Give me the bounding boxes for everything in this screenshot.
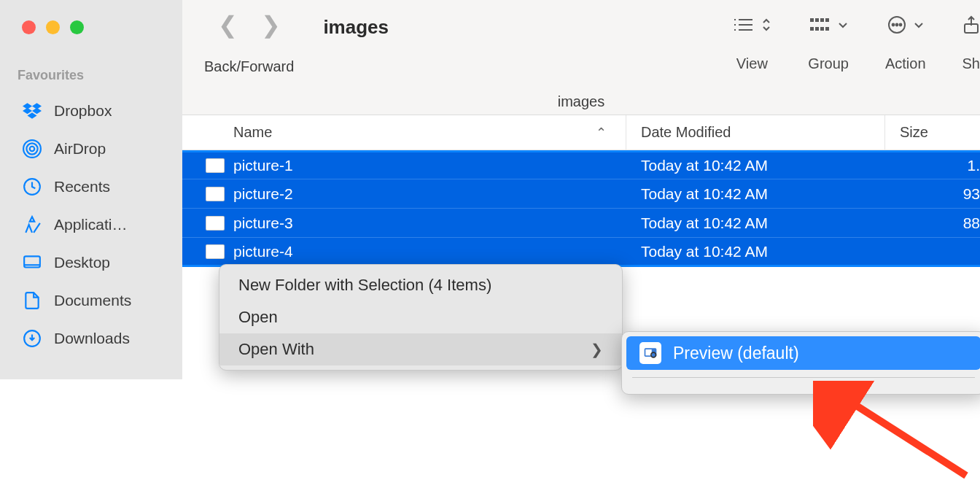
file-date: Today at 10:42 AM	[626, 214, 885, 232]
submenu-item-preview[interactable]: Preview (default)	[626, 336, 980, 370]
sidebar-item-label: Downloads	[54, 330, 130, 347]
file-name: picture-2	[233, 185, 293, 203]
sidebar-section-heading: Favourites	[0, 68, 182, 83]
sidebar-item-label: Recents	[54, 178, 110, 196]
context-menu-item-label: New Folder with Selection (4 Items)	[238, 276, 491, 295]
group-button[interactable]: Group	[808, 13, 849, 72]
sidebar-item-desktop[interactable]: Desktop	[0, 244, 182, 282]
file-name: picture-1	[233, 157, 293, 174]
zoom-window-button[interactable]	[70, 20, 84, 34]
airdrop-icon	[22, 139, 42, 159]
svg-point-23	[895, 24, 898, 26]
annotation-arrow	[813, 381, 980, 480]
sidebar-item-label: AirDrop	[54, 140, 106, 158]
svg-rect-17	[810, 27, 814, 31]
view-button[interactable]: View	[732, 13, 771, 72]
file-date: Today at 10:42 AM	[626, 157, 885, 174]
svg-point-0	[30, 147, 35, 152]
file-list: picture-1 Today at 10:42 AM 1. picture-2…	[182, 150, 980, 267]
back-button[interactable]: ❮	[218, 13, 238, 36]
file-name: picture-3	[233, 214, 293, 232]
toolbar-button-label: View	[736, 55, 768, 72]
ellipsis-circle-icon	[887, 15, 906, 34]
path-bar[interactable]: images	[558, 93, 604, 110]
clock-icon	[22, 177, 42, 197]
image-thumbnail-icon	[206, 244, 225, 259]
svg-rect-16	[825, 18, 829, 22]
file-name: picture-4	[233, 243, 293, 260]
context-menu-item-label: Open With	[238, 340, 314, 359]
chevron-right-icon: ❯	[591, 341, 603, 358]
image-thumbnail-icon	[206, 216, 225, 231]
share-icon	[962, 15, 980, 34]
sidebar-item-label: Desktop	[54, 254, 110, 271]
svg-rect-14	[815, 18, 819, 22]
toolbar-button-label: Action	[885, 55, 926, 72]
close-window-button[interactable]	[22, 20, 36, 34]
back-forward-label: Back/Forward	[204, 58, 294, 75]
download-icon	[22, 328, 42, 349]
open-with-submenu: Preview (default)	[621, 331, 980, 395]
context-menu: New Folder with Selection (4 Items) Open…	[219, 264, 623, 371]
sidebar-item-downloads[interactable]: Downloads	[0, 320, 182, 357]
column-header-name[interactable]: Name ⌃	[182, 115, 626, 150]
minimize-window-button[interactable]	[46, 20, 60, 34]
back-forward-group: ❮ ❯ Back/Forward	[204, 13, 294, 75]
svg-rect-13	[810, 18, 814, 22]
sidebar-item-airdrop[interactable]: AirDrop	[0, 130, 182, 168]
image-thumbnail-icon	[206, 187, 225, 201]
sidebar-item-label: Dropbox	[54, 102, 112, 120]
list-view-icon	[732, 17, 754, 33]
document-icon	[22, 290, 42, 311]
sidebar-item-label: Documents	[54, 292, 131, 309]
file-date: Today at 10:42 AM	[626, 243, 885, 260]
applications-icon	[22, 214, 42, 235]
image-thumbnail-icon	[206, 158, 225, 173]
context-menu-item-open-with[interactable]: Open With ❯	[219, 333, 622, 365]
finder-sidebar: Favourites Dropbox AirDrop Recents Appli…	[0, 0, 182, 379]
svg-rect-15	[820, 18, 824, 22]
forward-button[interactable]: ❯	[261, 13, 281, 36]
column-label: Date Modified	[641, 124, 731, 141]
sidebar-item-dropbox[interactable]: Dropbox	[0, 92, 182, 130]
sidebar-item-recents[interactable]: Recents	[0, 168, 182, 206]
svg-rect-20	[825, 27, 829, 31]
sidebar-item-label: Applicati…	[54, 216, 127, 233]
column-header-date[interactable]: Date Modified	[626, 115, 885, 150]
file-size: 88	[885, 214, 980, 232]
file-row[interactable]: picture-2 Today at 10:42 AM 93	[182, 179, 980, 209]
submenu-item-label: Preview (default)	[673, 344, 799, 363]
up-down-icon	[761, 18, 771, 32]
preview-app-icon	[639, 342, 661, 364]
dropbox-icon	[22, 101, 42, 121]
file-size: 93	[885, 185, 980, 203]
file-row[interactable]: picture-1 Today at 10:42 AM 1.	[182, 150, 980, 179]
svg-line-30	[833, 391, 966, 476]
action-button[interactable]: Action	[885, 13, 926, 72]
toolbar: ❮ ❯ Back/Forward images View	[182, 0, 980, 115]
submenu-separator	[632, 377, 975, 378]
svg-rect-19	[820, 27, 824, 31]
chevron-down-icon	[914, 21, 924, 28]
context-menu-item-label: Open	[238, 308, 278, 327]
svg-point-24	[899, 24, 901, 26]
column-header-size[interactable]: Size	[885, 115, 980, 150]
svg-rect-18	[815, 27, 819, 31]
file-row[interactable]: picture-4 Today at 10:42 AM	[182, 238, 980, 267]
file-size: 1.	[885, 157, 980, 174]
column-header-row: Name ⌃ Date Modified Size	[182, 115, 980, 150]
column-label: Name	[233, 124, 272, 141]
context-menu-item-open[interactable]: Open	[219, 301, 622, 333]
window-controls	[0, 20, 182, 34]
sidebar-item-documents[interactable]: Documents	[0, 282, 182, 320]
share-button[interactable]: Sh	[962, 13, 980, 72]
sidebar-item-applications[interactable]: Applicati…	[0, 206, 182, 244]
group-icon	[809, 17, 831, 33]
context-menu-item-new-folder[interactable]: New Folder with Selection (4 Items)	[219, 269, 622, 301]
column-label: Size	[900, 124, 928, 141]
desktop-icon	[22, 252, 42, 273]
file-date: Today at 10:42 AM	[626, 185, 885, 203]
file-row[interactable]: picture-3 Today at 10:42 AM 88	[182, 209, 980, 238]
svg-point-1	[26, 143, 37, 154]
svg-point-22	[892, 24, 894, 26]
